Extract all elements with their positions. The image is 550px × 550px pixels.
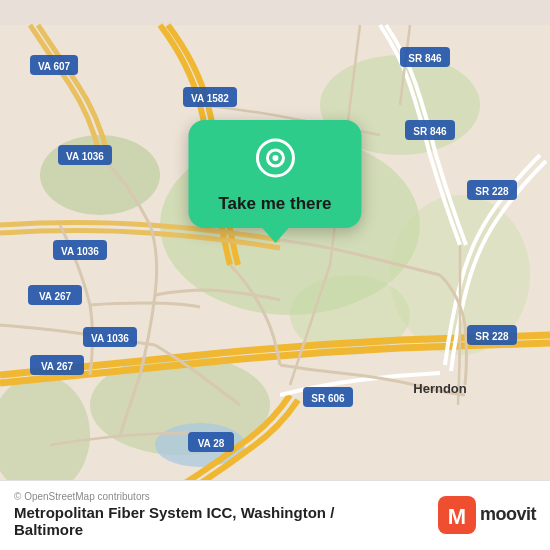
popup-arrow bbox=[261, 227, 289, 243]
moovit-icon-svg: M bbox=[438, 496, 476, 534]
svg-text:SR 606: SR 606 bbox=[311, 393, 345, 404]
svg-text:VA 1036: VA 1036 bbox=[91, 333, 129, 344]
popup-box[interactable]: Take me there bbox=[188, 120, 361, 228]
info-bar: © OpenStreetMap contributors Metropolita… bbox=[0, 480, 550, 550]
svg-text:VA 28: VA 28 bbox=[198, 438, 225, 449]
svg-text:Herndon: Herndon bbox=[413, 381, 467, 396]
svg-text:VA 1036: VA 1036 bbox=[61, 246, 99, 257]
svg-text:VA 1582: VA 1582 bbox=[191, 93, 229, 104]
svg-text:VA 607: VA 607 bbox=[38, 61, 71, 72]
popup-label[interactable]: Take me there bbox=[218, 194, 331, 214]
moovit-text: moovit bbox=[480, 504, 536, 525]
location-pin-icon bbox=[255, 138, 295, 182]
svg-text:VA 1036: VA 1036 bbox=[66, 151, 104, 162]
moovit-logo: M moovit bbox=[438, 496, 536, 534]
location-region: Baltimore bbox=[14, 521, 334, 538]
popup-bubble[interactable]: Take me there bbox=[188, 120, 361, 243]
attribution: © OpenStreetMap contributors bbox=[14, 491, 334, 502]
location-name: Metropolitan Fiber System ICC, Washingto… bbox=[14, 504, 334, 521]
svg-text:VA 267: VA 267 bbox=[41, 361, 74, 372]
svg-text:SR 846: SR 846 bbox=[413, 126, 447, 137]
svg-text:SR 846: SR 846 bbox=[408, 53, 442, 64]
map-container: VA 607 VA 1582 SR 846 SR 846 VA 1036 VA … bbox=[0, 0, 550, 550]
svg-text:SR 228: SR 228 bbox=[475, 331, 509, 342]
info-left: © OpenStreetMap contributors Metropolita… bbox=[14, 491, 334, 538]
svg-text:SR 228: SR 228 bbox=[475, 186, 509, 197]
svg-point-38 bbox=[272, 155, 278, 161]
svg-text:M: M bbox=[448, 504, 466, 529]
svg-text:VA 267: VA 267 bbox=[39, 291, 72, 302]
